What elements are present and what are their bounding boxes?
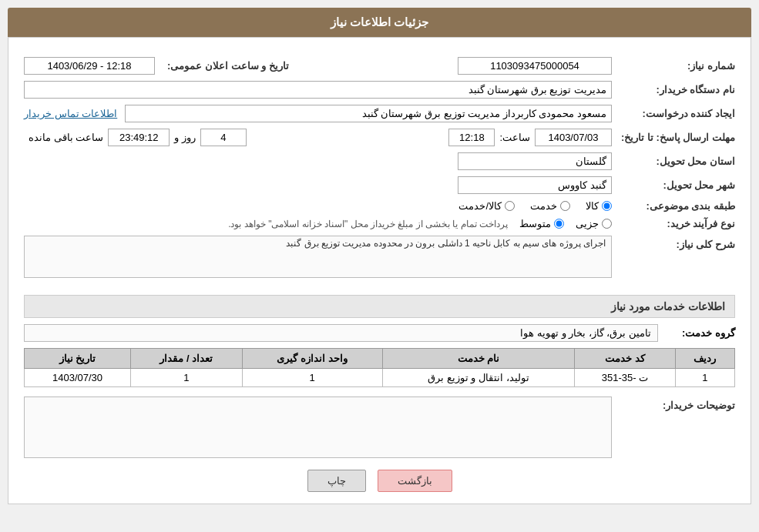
buyer-notes-label: توضیحات خریدار: — [612, 396, 735, 411]
response-days: 4 — [200, 129, 247, 146]
col-date: تاریخ نیاز — [25, 349, 131, 369]
print-button[interactable]: چاپ — [307, 470, 366, 492]
col-name: نام خدمت — [382, 349, 575, 369]
response-remaining: 23:49:12 — [108, 129, 170, 146]
purchase-type-jozi[interactable]: جزیی — [576, 218, 612, 229]
back-button[interactable]: بازگشت — [378, 470, 452, 492]
services-table: ردیف کد خدمت نام خدمت واحد اندازه گیری ت… — [24, 348, 735, 387]
buyer-contact-link[interactable]: اطلاعات تماس خریدار — [24, 108, 117, 119]
category-label: طبقه بندی موضوعی: — [612, 200, 735, 212]
cell-name: تولید، انتقال و توزیع برق — [382, 369, 575, 387]
response-deadline-label: مهلت ارسال پاسخ: تا تاریخ: — [612, 132, 735, 143]
cell-row: 1 — [675, 369, 734, 387]
response-remaining-label: ساعت باقی مانده — [29, 132, 103, 143]
cell-code: ت -35-351 — [575, 369, 675, 387]
purchase-type-mottavasset[interactable]: متوسط — [519, 218, 564, 229]
cell-date: 1403/07/30 — [25, 369, 131, 387]
buttons-row: بازگشت چاپ — [24, 470, 735, 492]
service-group-value: تامین برق، گاز، بخار و تهویه هوا — [24, 324, 658, 342]
creator-value: مسعود محمودی کاربرداز مدیریت توزیع برق ش… — [125, 105, 612, 122]
category-option-khedmat[interactable]: خدمت — [530, 200, 570, 212]
province-label: استان محل تحویل: — [612, 156, 735, 167]
col-unit: واحد اندازه گیری — [242, 349, 382, 369]
page-title: جزئیات اطلاعات نیاز — [331, 15, 428, 28]
buyer-org-label: نام دستگاه خریدار: — [612, 84, 735, 95]
announcement-date-label: تاریخ و ساعت اعلان عمومی: — [160, 60, 289, 72]
need-number-value: 1103093475000054 — [458, 57, 612, 75]
col-code: کد خدمت — [575, 349, 675, 369]
category-option-kala-khedmat[interactable]: کالا/خدمت — [458, 200, 515, 212]
buyer-notes-textarea[interactable] — [24, 396, 612, 458]
cell-unit: 1 — [242, 369, 382, 387]
province-value: گلستان — [458, 152, 612, 170]
category-option-kala[interactable]: کالا — [586, 200, 612, 212]
table-row: 1 ت -35-351 تولید، انتقال و توزیع برق 1 … — [25, 369, 735, 387]
services-section-header: اطلاعات خدمات مورد نیاز — [24, 295, 735, 318]
description-label: شرح کلی نیاز: — [612, 236, 735, 250]
purchase-type-label: نوع فرآیند خرید: — [612, 218, 735, 229]
service-group-label: گروه خدمت: — [658, 327, 735, 339]
purchase-type-note: پرداخت تمام یا بخشی از مبلغ خریداز محل "… — [228, 219, 508, 229]
col-qty: تعداد / مقدار — [131, 349, 242, 369]
response-date: 1403/07/03 — [535, 129, 612, 146]
page-header: جزئیات اطلاعات نیاز — [8, 8, 751, 37]
response-days-label: روز و — [174, 132, 196, 143]
category-radio-group: کالا خدمت کالا/خدمت — [458, 200, 612, 212]
city-label: شهر محل تحویل: — [612, 179, 735, 191]
need-number-label: شماره نیاز: — [612, 60, 735, 72]
response-time: 12:18 — [448, 129, 495, 146]
purchase-type-row: جزیی متوسط پرداخت تمام یا بخشی از مبلغ خ… — [228, 218, 612, 229]
announcement-date-value: 1403/06/29 - 12:18 — [24, 57, 155, 75]
cell-qty: 1 — [131, 369, 242, 387]
description-textarea[interactable] — [24, 236, 612, 278]
creator-label: ایجاد کننده درخواست: — [612, 108, 735, 119]
col-row: ردیف — [675, 349, 734, 369]
response-time-label: ساعت: — [499, 132, 530, 143]
buyer-org-value: مدیریت توزیع برق شهرستان گنبد — [24, 81, 612, 99]
city-value: گنبد کاووس — [458, 176, 612, 194]
